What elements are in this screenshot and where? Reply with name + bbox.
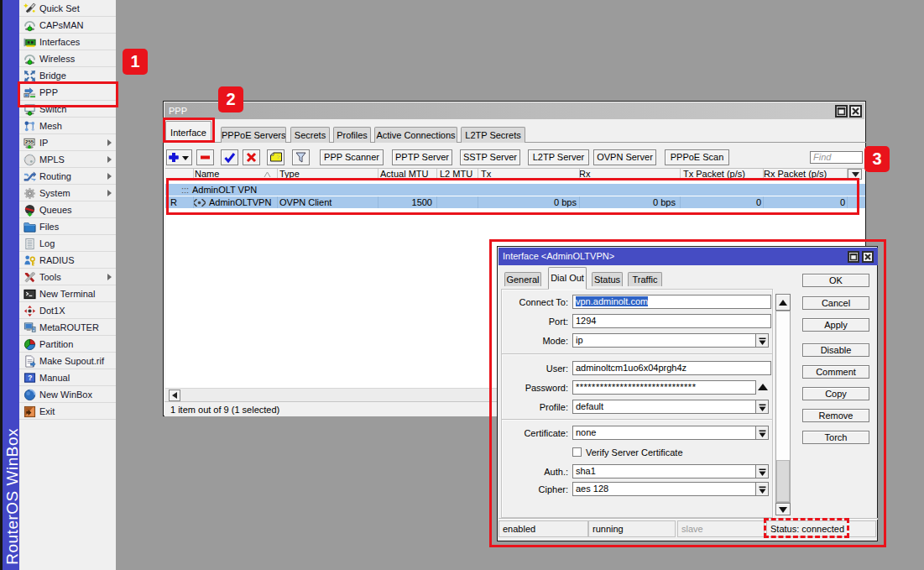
svg-text:?: ?: [28, 374, 32, 382]
svg-text:255: 255: [25, 139, 34, 144]
